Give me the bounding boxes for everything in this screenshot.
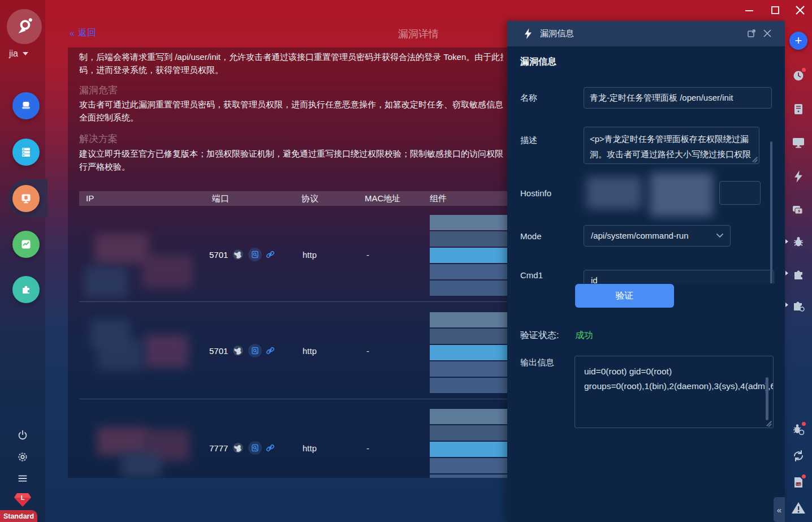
- settings-button[interactable]: [15, 449, 31, 465]
- hostinfo-input[interactable]: [719, 181, 761, 205]
- sidebar-item-vulnerability[interactable]: [12, 185, 40, 212]
- poc-lightning-button[interactable]: [791, 169, 806, 184]
- verify-button[interactable]: 验证: [575, 284, 674, 308]
- window-minimize-button[interactable]: [742, 3, 757, 18]
- app-logo[interactable]: [7, 9, 42, 44]
- component-chip: [430, 458, 507, 473]
- window-maximize-button[interactable]: [768, 3, 783, 18]
- resize-handle[interactable]: [751, 156, 757, 162]
- menu-button[interactable]: [15, 471, 31, 486]
- component-chip: [430, 378, 507, 393]
- verify-status-value: 成功: [575, 330, 593, 342]
- globe-icon[interactable]: [232, 442, 244, 454]
- output-textarea[interactable]: uid=0(root) gid=0(root) groups=0(root),1…: [575, 356, 774, 428]
- description-textarea[interactable]: <p>青龙定时任务管理面板存在权限绕过漏洞。攻击者可通过路径大小写绕过接口权限校…: [584, 127, 759, 164]
- redacted-ip-block: [144, 335, 188, 368]
- port-cell: 5701: [209, 344, 275, 357]
- name-input[interactable]: 青龙-定时任务管理面板 /open/user/init: [584, 87, 772, 109]
- mode-label: Mode: [520, 231, 542, 241]
- detail-doc-button[interactable]: [248, 344, 262, 357]
- drawer-form-area: 名称 青龙-定时任务管理面板 /open/user/init 描述 <p>青龙定…: [507, 77, 785, 283]
- protocol-value: http: [303, 443, 317, 453]
- power-button[interactable]: [15, 428, 31, 443]
- port-cell: 7777: [209, 441, 275, 455]
- license-gem-badge[interactable]: L: [14, 491, 32, 508]
- mode-selected-value: /api/system/command-run: [591, 231, 689, 240]
- plugin-panel-button[interactable]: [791, 266, 806, 282]
- protocol-value: http: [303, 250, 317, 260]
- user-menu[interactable]: jia: [9, 49, 28, 59]
- component-chip: [430, 442, 507, 457]
- expand-icon[interactable]: [745, 27, 758, 40]
- add-task-button[interactable]: +: [789, 32, 807, 50]
- app-window: jia: [0, 0, 812, 522]
- history-clock-button[interactable]: [791, 68, 806, 84]
- drawer-section-title: 漏洞信息: [520, 56, 556, 68]
- sidebar-item-report[interactable]: [12, 231, 40, 258]
- table-row[interactable]: 5701: [79, 302, 507, 399]
- sidebar-item-plugins[interactable]: [12, 276, 40, 303]
- monitor-button[interactable]: [791, 135, 806, 150]
- resize-handle[interactable]: [766, 420, 771, 426]
- monitor-icon: [792, 136, 805, 149]
- sidebar-item-assets[interactable]: [12, 139, 40, 166]
- mode-select[interactable]: /api/system/command-run: [584, 225, 731, 247]
- detail-doc-button[interactable]: [248, 441, 262, 455]
- notification-dot: [802, 68, 806, 72]
- port-value: 7777: [209, 443, 228, 453]
- component-chip: [430, 312, 507, 327]
- link-icon[interactable]: [266, 443, 275, 452]
- description-text: <p>青龙定时任务管理面板存在权限绕过漏洞。攻击者可通过路径大小写绕过接口权限校…: [590, 134, 751, 164]
- bug-settings-button[interactable]: [791, 422, 806, 438]
- port-cell: 5701: [209, 248, 275, 261]
- doc-search-icon: [251, 444, 259, 452]
- table-row[interactable]: 7777: [79, 399, 507, 478]
- component-bars: [430, 312, 507, 394]
- left-sidebar: jia: [0, 0, 45, 522]
- link-icon[interactable]: [266, 250, 275, 259]
- vuln-bug-panel-button[interactable]: [791, 234, 806, 250]
- plugin-settings-panel-button[interactable]: [791, 297, 806, 313]
- back-chevron-icon: «: [70, 28, 75, 38]
- collapse-drawer-button[interactable]: «: [774, 497, 785, 522]
- component-chip: [430, 474, 507, 478]
- globe-icon[interactable]: [232, 344, 244, 357]
- alerts-button[interactable]: [791, 500, 806, 516]
- component-chip: [430, 215, 507, 230]
- redacted-hostinfo-block: [650, 172, 713, 217]
- sidebar-item-scan[interactable]: [12, 92, 40, 119]
- gear-icon: [16, 451, 29, 463]
- output-scrollbar[interactable]: [766, 377, 768, 420]
- credential-button[interactable]: [791, 202, 806, 218]
- panel-arrow-icon: [785, 303, 788, 307]
- link-icon[interactable]: [266, 346, 275, 355]
- component-chip: [430, 281, 507, 296]
- form-scrollbar[interactable]: [770, 141, 772, 283]
- redacted-ip-block: [142, 255, 192, 288]
- chevron-down-icon: [23, 52, 28, 55]
- refresh-button[interactable]: [791, 448, 806, 464]
- doc-search-icon: [251, 251, 259, 258]
- detail-text-line: 制，后端会将请求重写到 /api/user/init，允许攻击者通过该接口重置管…: [79, 52, 503, 63]
- page-title: 漏洞详情: [339, 27, 498, 41]
- back-button[interactable]: « 返回: [70, 27, 96, 39]
- table-row[interactable]: 5701: [79, 206, 507, 301]
- detail-doc-button[interactable]: [248, 248, 262, 261]
- component-chip: [430, 264, 507, 279]
- globe-icon[interactable]: [232, 248, 244, 261]
- refresh-icon: [792, 450, 805, 462]
- affected-assets-table: IP 端口 协议 MAC地址 组件 5701: [79, 191, 507, 478]
- cmd1-input[interactable]: id: [584, 270, 774, 283]
- verify-status-label: 验证状态:: [520, 330, 559, 342]
- notification-dot: [802, 422, 806, 426]
- host-server-button[interactable]: [791, 101, 806, 117]
- component-bars: [430, 215, 507, 297]
- component-chip: [430, 231, 507, 247]
- output-label: 输出信息: [520, 357, 554, 368]
- right-toolbar: +: [785, 0, 812, 522]
- port-value: 5701: [209, 250, 228, 260]
- log-button[interactable]: Log: [791, 474, 806, 490]
- component-bars: [430, 409, 507, 478]
- doc-search-icon: [251, 347, 259, 355]
- close-icon[interactable]: [761, 27, 774, 40]
